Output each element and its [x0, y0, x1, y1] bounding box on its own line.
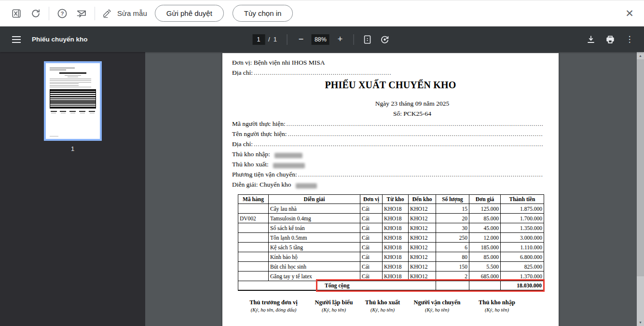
total-label: Tổng cộng: [317, 281, 436, 290]
table-header-row: Mã hàngDiễn giải Đơn vịTừ kho Đến khoSố …: [238, 195, 544, 204]
total-empty-cell: [238, 281, 317, 290]
thumbnail-panel: 1: [0, 52, 145, 326]
redacted-value: [274, 153, 302, 158]
menu-icon[interactable]: [6, 29, 27, 50]
table-row: Bút chì học sinhCáiKHO18KHO121505.500825…: [238, 262, 544, 272]
signature-block-receiving-keeper: Thủ kho nhập (Ký, họ tên): [479, 299, 515, 312]
document-viewport: Đơn vị: Bệnh viện nhi IHOS MISA Địa chỉ:…: [145, 52, 644, 326]
download-icon[interactable]: [581, 30, 601, 49]
total-empty-cell: [436, 281, 469, 290]
doc-address-line: Địa chỉ: ...............................…: [232, 69, 391, 77]
page-separator: /: [268, 36, 270, 43]
signature-block-transporter: Người vận chuyển (Ký, họ tên): [413, 299, 460, 312]
pdf-toolbar: Phiếu chuyển kho 1 / 1 − 88% +: [0, 27, 644, 52]
excel-export-icon[interactable]: [7, 4, 26, 23]
print-options-button[interactable]: Tùy chọn in: [233, 5, 293, 22]
dotted-leader: ........................................…: [287, 121, 543, 128]
toolbar-divider: [354, 34, 354, 45]
field-receiving-keeper: Thủ kho nhập:: [232, 150, 543, 161]
page-number-input[interactable]: 1: [252, 34, 265, 45]
pdf-toolbar-right: ⋮: [581, 30, 644, 49]
page-thumbnail-content: [46, 63, 100, 139]
field-issuing-keeper: Thủ kho xuất:: [232, 161, 543, 171]
app-window: { "colors": { "accent_red": "#e8392f", "…: [0, 0, 644, 326]
scroll-up-icon[interactable]: ▲: [637, 52, 644, 59]
redacted-value: [273, 163, 305, 168]
toolbar-divider: [49, 7, 49, 20]
scrollbar-thumb[interactable]: [637, 59, 644, 276]
doc-unit-line: Đơn vị: Bệnh viện nhi IHOS MISA: [232, 59, 325, 67]
print-icon[interactable]: [601, 30, 620, 49]
send-approval-button[interactable]: Gửi phê duyệt: [155, 5, 224, 22]
app-toolbar: ? Sửa mẫu Gửi phê duyệt Tùy chọn in ✕: [0, 0, 644, 27]
rotate-icon[interactable]: [378, 33, 392, 46]
edit-template-label: Sửa mẫu: [117, 9, 147, 17]
thumbnail-page-number: 1: [0, 145, 145, 152]
table-total-row[interactable]: Tổng cộng 18.030.000: [238, 281, 544, 291]
table-row: Găng tay y tế latexCáiKHO18KHO122685.000…: [238, 272, 544, 281]
page-controls: 1 / 1 − 88% +: [252, 27, 392, 52]
page-thumbnail[interactable]: [44, 61, 102, 141]
doc-fields: Mã người thực hiện:.....................…: [232, 120, 543, 191]
edit-template-button[interactable]: Sửa mẫu: [102, 9, 147, 18]
toolbar-divider: [95, 7, 95, 20]
pdf-body: 1 Đơn vị: Bệnh viện nhi IHOS MISA Địa ch…: [0, 52, 644, 326]
fit-page-icon[interactable]: [361, 33, 374, 46]
pencil-icon: [102, 9, 112, 18]
signature-block-director: Thủ trưởng đơn vị (Ký, họ tên, đóng dấu): [249, 299, 298, 312]
send-email-icon[interactable]: [72, 4, 91, 23]
table-row: Sổ sách kế toánCáiKHO18KHO123045.0001.35…: [238, 223, 544, 233]
total-empty-cell: [469, 281, 500, 290]
table-row: Kính bảo hộCáiKHO18KHO128085.0006.800.00…: [238, 252, 544, 262]
zoom-out-button[interactable]: −: [294, 33, 308, 46]
items-table: Mã hàngDiễn giải Đơn vịTừ kho Đến khoSố …: [238, 194, 544, 281]
field-executor-name: Tên người thực hiện:....................…: [232, 130, 543, 140]
field-executor-code: Mã người thực hiện:.....................…: [232, 120, 543, 130]
doc-date-line: Ngày 23 tháng 09 năm 2025: [222, 100, 559, 108]
zoom-in-button[interactable]: +: [333, 33, 347, 46]
table-row: Kệ sách 5 tầngCáiKHO18KHO126185.0001.110…: [238, 243, 544, 252]
doc-title: PHIẾU XUẤT CHUYỂN KHO: [222, 80, 559, 91]
dotted-leader: ........................................…: [254, 141, 543, 148]
redacted-value: [296, 183, 317, 189]
refresh-icon[interactable]: [26, 4, 45, 23]
dotted-leader: ........................................…: [254, 69, 391, 77]
signature-block-issuing-keeper: Thủ kho xuất (Ký, họ tên): [365, 299, 400, 312]
svg-text:?: ?: [61, 11, 64, 16]
field-transport: Phương tiện vận chuyển:.................…: [232, 171, 543, 181]
field-description: Diễn giải: Chuyển kho: [232, 181, 543, 191]
pdf-document-title: Phiếu chuyển kho: [32, 36, 88, 43]
dotted-leader: ........................................…: [288, 131, 543, 138]
table-row: Tôn lạnh 0.5mmCáiKHO18KHO1225012.0003.00…: [238, 233, 544, 243]
pdf-viewer: Phiếu chuyển kho 1 / 1 − 88% +: [0, 27, 644, 326]
field-address: Địa chỉ:................................…: [232, 140, 543, 150]
zoom-level[interactable]: 88%: [312, 34, 329, 45]
vertical-scrollbar[interactable]: ▲ ▼: [637, 52, 644, 326]
table-row: DV002Tamsulosin 0.4mgCáiKHO18KHO122085.0…: [238, 214, 544, 223]
page-total: 1: [274, 36, 277, 43]
help-icon[interactable]: ?: [53, 4, 72, 23]
document-page: Đơn vị: Bệnh viện nhi IHOS MISA Địa chỉ:…: [222, 53, 559, 326]
dotted-leader: ........................................…: [298, 171, 543, 178]
close-icon[interactable]: ✕: [620, 4, 639, 23]
total-amount: 18.030.000: [500, 281, 543, 290]
more-options-icon[interactable]: ⋮: [620, 30, 639, 49]
signature-block-preparer: Người lập biểu (Ký, họ tên): [315, 299, 353, 312]
doc-number-line: Số: PCK25-64: [222, 110, 559, 118]
scroll-down-icon[interactable]: ▼: [637, 319, 644, 326]
table-row: Cây lau nhàCáiKHO18KHO1215125.0001.875.0…: [238, 204, 544, 214]
toolbar-divider: [287, 34, 288, 45]
